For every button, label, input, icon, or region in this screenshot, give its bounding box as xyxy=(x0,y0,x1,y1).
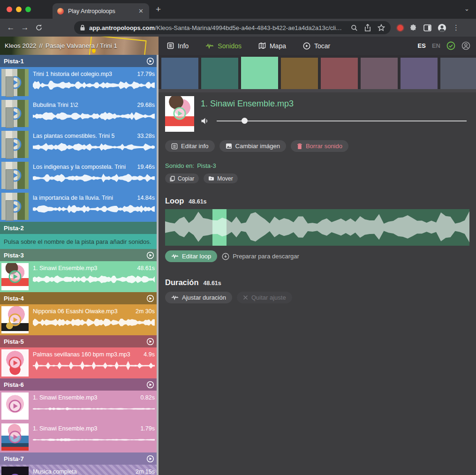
editar-info-button[interactable]: Editar info xyxy=(165,140,215,152)
side-panel-icon[interactable] xyxy=(423,24,431,31)
track-name[interactable]: Pista-5 xyxy=(4,338,24,345)
track-header-pista-5[interactable]: Pista-5 xyxy=(0,335,159,347)
palette-swatch-3[interactable] xyxy=(241,57,278,92)
preparar-descargar-button[interactable]: Preparar para descargar xyxy=(222,250,305,262)
forward-button[interactable]: → xyxy=(18,21,32,35)
play-circle-icon[interactable] xyxy=(8,430,22,444)
volume-slider-handle[interactable] xyxy=(242,118,248,124)
clip-artwork[interactable] xyxy=(1,69,29,96)
clip-artwork[interactable] xyxy=(1,131,29,158)
track-name[interactable]: Pista-2 xyxy=(4,225,24,232)
minimize-window-button[interactable] xyxy=(16,7,22,12)
sound-clip[interactable]: 1. Sinawi Ensemble.mp31.79s xyxy=(0,422,159,452)
track-play-button[interactable] xyxy=(146,455,154,463)
track-play-button[interactable] xyxy=(146,381,154,389)
reload-button[interactable] xyxy=(32,21,46,35)
language-en[interactable]: EN xyxy=(432,42,440,49)
bookmark-star-icon[interactable] xyxy=(378,24,385,31)
browser-tab[interactable]: Play Antropoloops ✕ xyxy=(53,3,149,19)
track-header-pista-7[interactable]: Pista-7 xyxy=(0,452,159,465)
clip-artwork[interactable] xyxy=(1,467,29,475)
clip-artwork[interactable] xyxy=(1,193,29,220)
track-play-button[interactable] xyxy=(146,338,154,346)
tab-sonidos[interactable]: Sonidos xyxy=(205,42,242,50)
track-play-button[interactable] xyxy=(146,251,154,259)
quitar-ajuste-button[interactable]: Quitar ajuste xyxy=(237,292,292,303)
tab-tocar[interactable]: Tocar xyxy=(303,42,330,50)
track-header-pista-4[interactable]: Pista-4 xyxy=(0,292,159,304)
sound-clip[interactable]: Las plantas comestibles. Trini 533.28s xyxy=(0,129,159,160)
new-tab-button[interactable]: + xyxy=(156,4,161,15)
sound-clip[interactable]: Musica completa2m 15s xyxy=(0,465,159,475)
back-button[interactable]: ← xyxy=(4,21,18,35)
sound-clip[interactable]: Palmas sevillanas 160 bpm mp3.mp34.9s xyxy=(0,347,159,378)
track-play-button[interactable] xyxy=(146,294,154,302)
tab-mapa[interactable]: Mapa xyxy=(258,42,286,50)
track-name[interactable]: Pista-6 xyxy=(4,381,24,388)
breadcrumb-project[interactable]: Kleos 2022 xyxy=(5,42,37,49)
tab-close-icon[interactable]: ✕ xyxy=(137,8,144,15)
sound-clip[interactable]: Trini 1 historia del colegio.mp317.79s xyxy=(0,67,159,98)
palette-swatch-2[interactable] xyxy=(201,58,238,91)
palette-swatch-5[interactable] xyxy=(321,58,358,91)
clip-artwork[interactable] xyxy=(1,349,29,377)
track-name[interactable]: Pista-3 xyxy=(4,252,24,259)
share-icon[interactable] xyxy=(364,24,371,31)
sound-clip[interactable]: la importancia de la lluvia. Trini14.84s xyxy=(0,191,159,222)
play-circle-icon[interactable] xyxy=(8,137,22,151)
recording-extension-icon[interactable] xyxy=(397,25,403,31)
play-circle-icon[interactable] xyxy=(8,313,22,327)
sidebar-scrollbar[interactable] xyxy=(157,55,159,475)
zoom-window-button[interactable] xyxy=(25,7,31,12)
volume-icon[interactable] xyxy=(201,117,209,125)
play-circle-icon[interactable] xyxy=(8,399,22,413)
editar-loop-button[interactable]: Editar loop xyxy=(165,250,217,262)
cambiar-imagen-button[interactable]: Cambiar imágen xyxy=(219,140,286,152)
project-map-banner[interactable]: Kleos 2022//Pasaje Valvanera / Trini 1 xyxy=(0,37,159,55)
play-circle-icon[interactable] xyxy=(8,356,22,370)
play-circle-icon[interactable] xyxy=(8,75,22,90)
sound-clip[interactable]: Nipponia 06 Esashi Oiwake.mp32m 30s xyxy=(0,304,159,335)
copiar-button[interactable]: Copiar xyxy=(165,173,199,183)
ajustar-duracion-button[interactable]: Ajustar duración xyxy=(165,292,232,303)
clip-artwork[interactable] xyxy=(1,392,29,420)
play-overlay-icon[interactable] xyxy=(173,106,187,121)
play-circle-icon[interactable] xyxy=(8,106,22,121)
track-header-pista-6[interactable]: Pista-6 xyxy=(0,378,159,391)
track-header-pista-2[interactable]: Pista-2 xyxy=(0,222,159,234)
tab-info[interactable]: Info xyxy=(167,42,189,50)
mover-button[interactable]: Mover xyxy=(204,173,237,183)
palette-swatch-4[interactable] xyxy=(281,58,318,91)
browser-menu-icon[interactable]: ⋮ xyxy=(453,23,460,32)
loop-waveform-editor[interactable] xyxy=(165,209,469,246)
profile-avatar-icon[interactable] xyxy=(438,23,446,32)
track-header-pista-1[interactable]: Pista-1 xyxy=(0,55,159,67)
clip-artwork[interactable] xyxy=(1,162,29,189)
clip-artwork[interactable] xyxy=(1,263,29,290)
sonido-en-track-link[interactable]: Pista-3 xyxy=(197,162,216,169)
palette-swatch-1[interactable] xyxy=(161,58,198,91)
sound-clip[interactable]: 1. Sinawi Ensemble.mp30.82s xyxy=(0,391,159,422)
extensions-puzzle-icon[interactable] xyxy=(409,24,417,32)
palette-swatch-6[interactable] xyxy=(361,58,398,91)
tab-overview-chevron-icon[interactable]: ⌄ xyxy=(464,5,469,12)
clip-artwork[interactable] xyxy=(1,100,29,127)
clip-artwork[interactable] xyxy=(1,423,29,451)
play-circle-icon[interactable] xyxy=(8,270,22,284)
language-es[interactable]: ES xyxy=(418,42,426,49)
borrar-sonido-button[interactable]: Borrar sonido xyxy=(291,140,348,152)
track-play-button[interactable] xyxy=(146,57,154,65)
track-header-pista-3[interactable]: Pista-3 xyxy=(0,249,159,261)
zoom-magnifier-icon[interactable] xyxy=(351,24,358,31)
sound-clip[interactable]: Bubulina Trini 1\229.68s xyxy=(0,98,159,129)
play-circle-icon[interactable] xyxy=(8,168,22,182)
account-icon[interactable] xyxy=(461,41,470,50)
sound-artwork[interactable] xyxy=(165,96,194,132)
track-name[interactable]: Pista-7 xyxy=(4,455,24,462)
clip-artwork[interactable] xyxy=(1,306,29,333)
track-name[interactable]: Pista-4 xyxy=(4,295,24,302)
sound-clip[interactable]: 1. Sinawi Ensemble.mp348.61s xyxy=(0,261,159,292)
play-circle-icon[interactable] xyxy=(8,199,22,213)
address-bar[interactable]: app.antropoloops.com/Kleos-Santa-Marina/… xyxy=(74,21,391,34)
close-window-button[interactable] xyxy=(7,7,12,12)
